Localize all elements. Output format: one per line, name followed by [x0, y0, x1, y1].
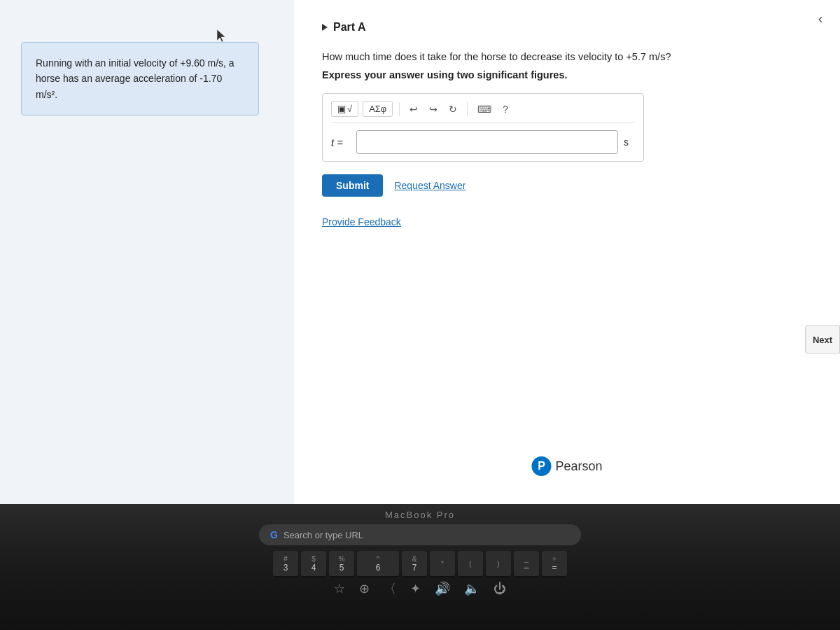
- answer-input[interactable]: [356, 130, 618, 154]
- address-bar[interactable]: G Search or type URL: [259, 524, 581, 545]
- star-icon: ☆: [334, 581, 345, 596]
- instruction-text: Express your answer using two significan…: [322, 69, 812, 80]
- key-star[interactable]: *: [430, 551, 455, 578]
- google-icon: G: [270, 529, 278, 540]
- provide-feedback-button[interactable]: Provide Feedback: [322, 216, 401, 227]
- matrix-icon: ▣: [337, 104, 346, 114]
- settings-icon: ✦: [410, 581, 421, 596]
- answer-area: ▣ √ ΑΣφ ↩ ↪ ↻ ⌨ ? t = s: [322, 93, 644, 162]
- right-panel: ‹ Part A How much time does it take for …: [294, 0, 840, 504]
- key-5[interactable]: %5: [329, 551, 354, 578]
- toolbar-divider-2: [467, 102, 468, 116]
- problem-text-line1: Running with an initial velocity of +9.6…: [36, 57, 234, 69]
- chevron-button[interactable]: ‹: [809, 7, 832, 29]
- toolbar-divider: [399, 102, 400, 116]
- keyboard-icon[interactable]: ⌨: [474, 102, 495, 116]
- help-icon[interactable]: ?: [499, 102, 512, 116]
- left-panel: Running with an initial velocity of +9.6…: [0, 0, 294, 504]
- bottom-icons-row: ☆ ⊕ 〈 ✦ 🔊 🔈 ⏻: [334, 580, 506, 597]
- alpha-sigma-phi-label: ΑΣφ: [369, 104, 386, 114]
- cursor-icon: [217, 29, 227, 42]
- key-minus[interactable]: _–: [514, 551, 539, 578]
- back-icon: 〈: [384, 580, 396, 597]
- redo-icon[interactable]: ↪: [426, 102, 441, 116]
- macbook-label: MacBook Pro: [385, 510, 455, 520]
- refresh-icon[interactable]: ↻: [445, 102, 461, 116]
- undo-icon[interactable]: ↩: [406, 102, 421, 116]
- request-answer-button[interactable]: Request Answer: [394, 180, 465, 191]
- power-icon: ⏻: [493, 582, 506, 596]
- problem-text-line2: horse has an average acceleration of -1.…: [36, 73, 222, 99]
- key-close-paren[interactable]: ): [486, 551, 511, 578]
- key-open-paren[interactable]: (: [458, 551, 483, 578]
- buttons-row: Submit Request Answer: [322, 174, 812, 197]
- part-title: Part A: [333, 21, 366, 34]
- unit-label: s: [624, 136, 635, 148]
- address-input: Search or type URL: [284, 530, 363, 540]
- problem-statement: Running with an initial velocity of +9.6…: [21, 42, 259, 115]
- question-text: How much time does it take for the horse…: [322, 49, 812, 65]
- input-row: t = s: [331, 130, 635, 154]
- keyboard: #3 $4 %5 ^6 &7 * ( ) _– +=: [259, 551, 581, 578]
- key-7[interactable]: &7: [402, 551, 427, 578]
- collapse-triangle-icon[interactable]: [322, 24, 328, 31]
- key-6[interactable]: ^6: [357, 551, 399, 578]
- variable-label: t =: [331, 136, 351, 148]
- pearson-label: Pearson: [555, 459, 602, 474]
- sqrt-icon: √: [347, 104, 352, 114]
- svg-marker-0: [217, 29, 225, 42]
- submit-button[interactable]: Submit: [322, 174, 383, 197]
- math-symbols-button[interactable]: ΑΣφ: [363, 101, 393, 117]
- key-plus[interactable]: +=: [542, 551, 567, 578]
- add-tab-icon: ⊕: [359, 581, 370, 596]
- next-button[interactable]: Next: [805, 326, 840, 354]
- pearson-logo: P Pearson: [531, 456, 602, 476]
- screen: Running with an initial velocity of +9.6…: [0, 0, 840, 504]
- key-3[interactable]: #3: [273, 551, 298, 578]
- volume-up-icon: 🔊: [435, 581, 450, 596]
- pearson-p-icon: P: [531, 456, 551, 476]
- matrix-button[interactable]: ▣ √: [331, 101, 358, 117]
- part-header: Part A: [322, 21, 812, 34]
- laptop-bottom: MacBook Pro G Search or type URL #3 $4 %…: [0, 504, 840, 630]
- math-toolbar: ▣ √ ΑΣφ ↩ ↪ ↻ ⌨ ?: [331, 101, 635, 123]
- key-4[interactable]: $4: [301, 551, 326, 578]
- volume-down-icon: 🔈: [464, 581, 479, 596]
